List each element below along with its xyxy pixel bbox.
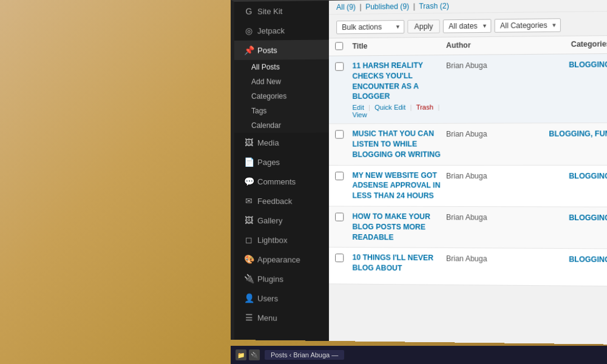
pages-icon: 📄 [244, 157, 254, 167]
sidebar-item-menu[interactable]: ☰ Menu [234, 308, 329, 328]
plugins-icon: 🔌 [244, 274, 254, 283]
row5-title-cell: 10 THINGS I'LL NEVER BLOG ABOUT [352, 253, 446, 274]
row1-trash-link[interactable]: Trash [416, 104, 433, 111]
sidebar-item-media-label: Media [257, 138, 279, 147]
taskbar: 📁 🔌 Posts ‹ Brian Abuga — [231, 346, 607, 364]
taskbar-folder-icon[interactable]: 📁 [236, 349, 246, 360]
row4-categories: BLOGGING [521, 212, 607, 222]
filter-all-link[interactable]: All (9) [336, 3, 356, 12]
row1-checkbox[interactable] [335, 62, 344, 71]
main-content: All (9) | Published (9) | Trash (2) Bulk… [329, 0, 607, 345]
sidebar-item-posts-label: Posts [257, 46, 277, 55]
filter-published-link[interactable]: Published (9) [365, 2, 409, 11]
select-all-checkbox[interactable] [335, 42, 343, 50]
row1-checkbox-cell [335, 61, 352, 73]
row3-categories: BLOGGING [521, 170, 607, 180]
sidebar-item-all-posts[interactable]: All Posts [239, 59, 329, 75]
row1-actions: Edit | Quick Edit | Trash | View [352, 104, 446, 119]
posts-icon: 📌 [244, 46, 254, 55]
calendar-label: Calendar [251, 121, 281, 130]
sidebar-item-add-new[interactable]: Add New [239, 74, 329, 89]
taskbar-plugin-icon[interactable]: 🔌 [249, 349, 260, 360]
jetpack-icon: ◎ [244, 26, 254, 36]
table-row: MUSIC THAT YOU CAN LISTEN TO WHILE BLOGG… [329, 123, 607, 165]
sidebar-item-media[interactable]: 🖼 Media [234, 133, 329, 152]
sitekit-icon: G [244, 7, 254, 16]
row4-title[interactable]: HOW TO MAKE YOUR BLOG POSTS MORE READABL… [352, 212, 446, 243]
tags-label: Tags [251, 107, 266, 115]
sidebar-item-plugins[interactable]: 🔌 Plugins [234, 269, 329, 289]
header-checkbox-col [335, 42, 352, 52]
apply-button[interactable]: Apply [407, 19, 439, 33]
row2-title[interactable]: MUSIC THAT YOU CAN LISTEN TO WHILE BLOGG… [352, 129, 446, 160]
sidebar-item-feedback-label: Feedback [257, 197, 292, 206]
lightbox-icon: ◻ [244, 235, 254, 244]
row3-title-cell: MY NEW WEBSITE GOT ADSENSE APPROVAL IN L… [352, 170, 446, 201]
sidebar-item-posts[interactable]: 📌 Posts [234, 39, 329, 59]
row2-checkbox-cell [335, 129, 352, 141]
row3-checkbox-cell [335, 170, 352, 183]
sidebar-item-appearance[interactable]: 🎨 Appearance [234, 249, 329, 269]
row4-checkbox[interactable] [335, 212, 344, 221]
row5-checkbox[interactable] [335, 254, 344, 262]
screen-panel: G Site Kit ◎ Jetpack 📌 Posts All Posts A… [231, 0, 607, 345]
row1-categories: BLOGGING [521, 59, 607, 69]
sidebar-item-feedback[interactable]: ✉ Feedback [234, 191, 329, 211]
sidebar-item-gallery[interactable]: 🖼 Gallery [234, 211, 329, 231]
sidebar-item-lightbox[interactable]: ◻ Lightbox [234, 230, 329, 250]
taskbar-posts-item[interactable]: Posts ‹ Brian Abuga — [265, 350, 344, 360]
row5-checkbox-cell [335, 252, 352, 265]
row5-author: Brian Abuga [446, 253, 521, 263]
sidebar-item-pages-label: Pages [257, 157, 280, 166]
row3-title[interactable]: MY NEW WEBSITE GOT ADSENSE APPROVAL IN L… [352, 170, 446, 201]
table-row: HOW TO MAKE YOUR BLOG POSTS MORE READABL… [329, 206, 607, 249]
posts-submenu: All Posts Add New Categories Tags Calend… [234, 59, 329, 133]
sidebar-item-sitekit[interactable]: G Site Kit [234, 1, 329, 21]
categories-label: Categories [251, 92, 287, 100]
sidebar-item-sitekit-label: Site Kit [257, 6, 282, 16]
row1-edit-link[interactable]: Edit [352, 104, 364, 111]
sidebar-item-plugins-label: Plugins [257, 274, 283, 283]
row4-author: Brian Abuga [446, 212, 521, 222]
row2-author: Brian Abuga [446, 129, 521, 139]
sidebar-item-calendar[interactable]: Calendar [239, 118, 329, 133]
media-icon: 🖼 [244, 138, 254, 147]
taskbar-icons: 📁 🔌 [236, 349, 260, 360]
row1-view-link[interactable]: View [352, 111, 367, 118]
sidebar-item-users[interactable]: 👤 Users [234, 288, 329, 309]
filter-trash-link[interactable]: Trash (2) [419, 2, 449, 11]
sidebar-item-pages[interactable]: 📄 Pages [234, 152, 329, 172]
row5-categories: BLOGGING [521, 254, 607, 264]
category-filter-select[interactable]: All Categories [495, 18, 561, 33]
sidebar-item-users-label: Users [257, 294, 278, 303]
row1-quick-edit-link[interactable]: Quick Edit [375, 104, 405, 111]
sidebar-item-appearance-label: Appearance [257, 255, 300, 265]
bulk-actions-select[interactable]: Bulk actions [336, 20, 404, 34]
row5-title[interactable]: 10 THINGS I'LL NEVER BLOG ABOUT [352, 253, 446, 274]
table-body: 11 HARSH REALITY CHECKS YOU'LL ENCOUNTER… [329, 54, 607, 287]
sidebar-item-jetpack-label: Jetpack [257, 26, 285, 35]
filter-controls: Bulk actions Apply All dates All Categor… [329, 14, 607, 38]
row4-checkbox-cell [335, 211, 352, 223]
sidebar-item-categories[interactable]: Categories [239, 89, 329, 104]
sidebar-item-comments[interactable]: 💬 Comments [234, 172, 329, 191]
sidebar-item-comments-label: Comments [257, 177, 296, 186]
row2-checkbox[interactable] [335, 130, 344, 139]
table-row: MY NEW WEBSITE GOT ADSENSE APPROVAL IN L… [329, 165, 607, 207]
sidebar-item-tags[interactable]: Tags [239, 103, 329, 118]
row3-checkbox[interactable] [335, 172, 344, 180]
row1-title[interactable]: 11 HARSH REALITY CHECKS YOU'LL ENCOUNTER… [352, 60, 446, 102]
row3-author: Brian Abuga [446, 170, 521, 180]
header-author: Author [446, 41, 521, 51]
table-header: Title Author Categories [329, 36, 607, 56]
sidebar-item-jetpack[interactable]: ◎ Jetpack [234, 20, 329, 41]
date-filter-select[interactable]: All dates [443, 19, 492, 33]
row1-title-cell: 11 HARSH REALITY CHECKS YOU'LL ENCOUNTER… [352, 60, 446, 118]
sidebar-item-menu-label: Menu [257, 313, 277, 322]
table-row: 11 HARSH REALITY CHECKS YOU'LL ENCOUNTER… [329, 54, 607, 124]
sidebar: G Site Kit ◎ Jetpack 📌 Posts All Posts A… [234, 1, 329, 341]
sidebar-item-lightbox-label: Lightbox [257, 235, 287, 244]
header-categories: Categories [521, 39, 607, 50]
category-filter-wrapper: All Categories [495, 18, 561, 33]
row2-categories: BLOGGING, FUN [521, 128, 607, 138]
